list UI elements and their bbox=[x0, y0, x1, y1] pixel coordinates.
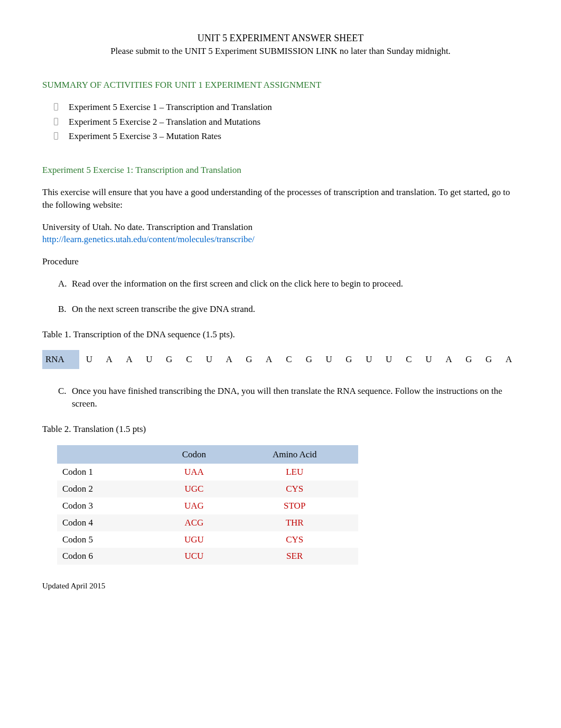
exercise1-source: University of Utah. No date. Transcripti… bbox=[42, 221, 519, 234]
trans-header-blank bbox=[57, 445, 157, 464]
procedure-list-ab: Read over the information on the first s… bbox=[42, 278, 519, 316]
rna-base: G bbox=[239, 350, 259, 369]
rna-base: U bbox=[319, 350, 339, 369]
rna-base: U bbox=[139, 350, 159, 369]
trans-codon: UGU bbox=[157, 531, 231, 548]
summary-item: Experiment 5 Exercise 3 – Mutation Rates bbox=[69, 130, 519, 143]
trans-codon: UAA bbox=[157, 464, 231, 481]
trans-row: Codon 2 UGC CYS bbox=[57, 481, 358, 497]
trans-row: Codon 5 UGU CYS bbox=[57, 531, 358, 548]
procedure-list-c: Once you have finished transcribing the … bbox=[42, 385, 519, 410]
trans-codon: UAG bbox=[157, 497, 231, 514]
exercise1-intro: This exercise will ensure that you have … bbox=[42, 186, 519, 211]
trans-row: Codon 6 UCU SER bbox=[57, 548, 358, 565]
trans-label: Codon 3 bbox=[57, 497, 157, 514]
rna-base: C bbox=[399, 350, 419, 369]
rna-label: RNA bbox=[42, 350, 79, 369]
trans-row: Codon 4 ACG THR bbox=[57, 514, 358, 531]
table1-caption: Table 1. Transcription of the DNA sequen… bbox=[42, 328, 519, 341]
trans-amino: LEU bbox=[231, 464, 358, 481]
trans-label: Codon 6 bbox=[57, 548, 157, 565]
procedure-step: On the next screen transcribe the give D… bbox=[58, 303, 519, 316]
rna-base: A bbox=[259, 350, 279, 369]
rna-base: G bbox=[159, 350, 179, 369]
trans-row: Codon 1 UAA LEU bbox=[57, 464, 358, 481]
procedure-step: Read over the information on the first s… bbox=[58, 278, 519, 290]
translation-table: Codon Amino Acid Codon 1 UAA LEU Codon 2… bbox=[57, 445, 358, 565]
footer-updated: Updated April 2015 bbox=[42, 580, 519, 592]
rna-base: U bbox=[419, 350, 439, 369]
rna-base: A bbox=[439, 350, 459, 369]
rna-base: U bbox=[379, 350, 399, 369]
summary-list: Experiment 5 Exercise 1 – Transcription … bbox=[42, 101, 519, 143]
rna-base: U bbox=[79, 350, 99, 369]
rna-base: G bbox=[339, 350, 359, 369]
document-title: UNIT 5 EXPERIMENT ANSWER SHEET bbox=[42, 32, 519, 45]
rna-base: U bbox=[199, 350, 219, 369]
table2-caption: Table 2. Translation (1.5 pts) bbox=[42, 423, 519, 436]
procedure-label: Procedure bbox=[42, 255, 519, 268]
rna-base: U bbox=[359, 350, 379, 369]
summary-item: Experiment 5 Exercise 2 – Translation an… bbox=[69, 116, 519, 128]
rna-base: A bbox=[219, 350, 239, 369]
trans-header-codon: Codon bbox=[157, 445, 231, 464]
rna-base: A bbox=[99, 350, 119, 369]
rna-base: G bbox=[299, 350, 319, 369]
trans-label: Codon 1 bbox=[57, 464, 157, 481]
rna-base: A bbox=[499, 350, 519, 369]
trans-header-amino: Amino Acid bbox=[231, 445, 358, 464]
exercise1-link[interactable]: http://learn.genetics.utah.edu/content/m… bbox=[42, 234, 255, 244]
document-subtitle: Please submit to the UNIT 5 Experiment S… bbox=[42, 45, 519, 58]
rna-base: G bbox=[459, 350, 479, 369]
trans-row: Codon 3 UAG STOP bbox=[57, 497, 358, 514]
trans-codon: ACG bbox=[157, 514, 231, 531]
trans-label: Codon 5 bbox=[57, 531, 157, 548]
trans-label: Codon 2 bbox=[57, 481, 157, 497]
rna-base: G bbox=[479, 350, 499, 369]
rna-base: C bbox=[179, 350, 199, 369]
summary-heading: SUMMARY OF ACTIVITIES FOR UNIT 1 EXPERIM… bbox=[42, 79, 519, 91]
trans-amino: STOP bbox=[231, 497, 358, 514]
summary-item: Experiment 5 Exercise 1 – Transcription … bbox=[69, 101, 519, 114]
trans-label: Codon 4 bbox=[57, 514, 157, 531]
rna-base: C bbox=[279, 350, 299, 369]
rna-table: RNA U A A U G C U A G A C G U G U U C U … bbox=[42, 350, 519, 369]
trans-codon: UGC bbox=[157, 481, 231, 497]
rna-base: A bbox=[119, 350, 139, 369]
trans-amino: SER bbox=[231, 548, 358, 565]
trans-amino: CYS bbox=[231, 531, 358, 548]
trans-amino: CYS bbox=[231, 481, 358, 497]
exercise1-heading: Experiment 5 Exercise 1: Transcription a… bbox=[42, 164, 519, 177]
procedure-step: Once you have finished transcribing the … bbox=[58, 385, 519, 410]
trans-codon: UCU bbox=[157, 548, 231, 565]
trans-amino: THR bbox=[231, 514, 358, 531]
